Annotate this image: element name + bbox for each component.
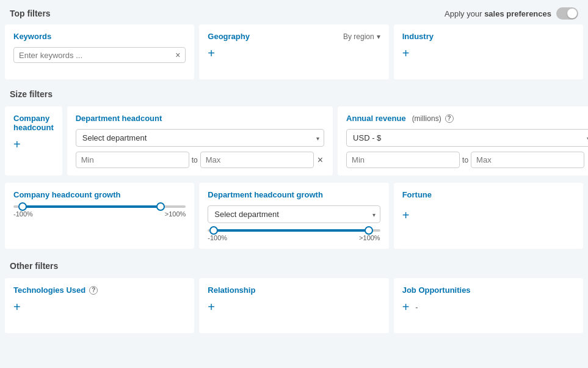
keywords-clear-button[interactable]: × xyxy=(175,50,180,60)
relationship-add-button[interactable]: + xyxy=(208,301,215,313)
geography-chevron-icon: ▾ xyxy=(377,32,380,41)
other-filters-section-header: Other filters xyxy=(0,254,588,273)
company-headcount-growth-thumb-left[interactable] xyxy=(18,202,27,211)
dept-headcount-max-input[interactable] xyxy=(200,152,314,168)
company-headcount-label: Company headcount xyxy=(13,114,54,132)
dept-headcount-growth-select-wrap: Select department ▾ xyxy=(208,205,380,223)
annual-revenue-select[interactable]: USD - $ xyxy=(346,129,588,147)
job-opportunities-label: Job Opportunities xyxy=(402,285,575,295)
industry-label: Industry xyxy=(402,32,575,41)
dept-headcount-growth-card: Department headcount growth Select depar… xyxy=(199,183,388,249)
relationship-label: Relationship xyxy=(208,285,380,295)
relationship-card: Relationship + xyxy=(199,278,388,333)
size-filters-row2-grid: Company headcount growth -100% >100% Dep… xyxy=(0,180,588,254)
sales-preferences-toggle[interactable] xyxy=(556,7,578,20)
dept-headcount-range-row: to × xyxy=(76,152,324,168)
dept-headcount-growth-labels: -100% >100% xyxy=(208,234,380,241)
keywords-card: Keywords × xyxy=(5,24,194,79)
job-opportunities-dash: - xyxy=(415,303,418,312)
other-filters-title: Other filters xyxy=(10,261,58,271)
annual-revenue-help-icon[interactable]: ? xyxy=(445,114,454,123)
keywords-input[interactable] xyxy=(19,51,175,60)
company-headcount-growth-card: Company headcount growth -100% >100% xyxy=(5,183,194,249)
annual-revenue-min-input[interactable] xyxy=(346,152,460,168)
company-headcount-growth-label: Company headcount growth xyxy=(13,190,186,199)
technologies-used-card: Technologies Used ? + xyxy=(5,278,194,333)
other-filters-grid: Technologies Used ? + Relationship + Job… xyxy=(0,273,588,338)
geography-label: Geography By region ▾ xyxy=(208,32,380,41)
dept-headcount-label: Department headcount xyxy=(76,114,324,123)
size-filters-section-header: Size filters xyxy=(0,84,588,101)
job-opportunities-add-button[interactable]: + xyxy=(402,301,410,313)
company-headcount-growth-slider[interactable]: -100% >100% xyxy=(13,205,186,218)
job-opportunities-actions: + - xyxy=(402,301,575,313)
size-filters-row1-grid: Company headcount + Department headcount… xyxy=(0,101,588,180)
dept-headcount-select-wrap: Select department ▾ xyxy=(76,129,324,147)
company-headcount-growth-fill xyxy=(22,205,160,208)
dept-headcount-growth-fill xyxy=(213,229,368,232)
dept-headcount-select[interactable]: Select department xyxy=(76,129,324,147)
top-filters-section-header: Top filters Apply your sales preferences xyxy=(0,0,588,24)
company-headcount-growth-track xyxy=(13,205,186,208)
annual-revenue-card: Annual revenue (millions) ? USD - $ ▾ to… xyxy=(338,106,588,175)
geography-add-button[interactable]: + xyxy=(208,47,215,59)
annual-revenue-range-row: to × xyxy=(346,152,588,168)
job-opportunities-card: Job Opportunities + - xyxy=(394,278,583,333)
apply-preferences-container: Apply your sales preferences xyxy=(445,7,578,20)
fortune-add-button[interactable]: + xyxy=(402,209,410,221)
industry-add-button[interactable]: + xyxy=(402,47,410,59)
keywords-label: Keywords xyxy=(13,32,186,41)
annual-revenue-suffix: (millions) xyxy=(412,114,441,123)
size-filters-title: Size filters xyxy=(10,89,53,99)
dept-headcount-growth-track xyxy=(208,229,380,232)
dept-headcount-growth-label: Department headcount growth xyxy=(208,190,380,199)
company-headcount-add-button[interactable]: + xyxy=(13,138,21,150)
fortune-label: Fortune xyxy=(402,190,575,199)
geography-card: Geography By region ▾ + xyxy=(199,24,388,79)
technologies-used-label: Technologies Used ? xyxy=(13,285,186,295)
dept-headcount-card: Department headcount Select department ▾… xyxy=(67,106,333,175)
dept-headcount-growth-slider[interactable]: -100% >100% xyxy=(208,229,380,241)
dept-headcount-range-sep: to xyxy=(192,156,198,164)
annual-revenue-max-input[interactable] xyxy=(471,152,584,168)
top-filters-title: Top filters xyxy=(10,9,51,18)
dept-headcount-range-clear-button[interactable]: × xyxy=(316,155,324,166)
dept-headcount-growth-thumb-left[interactable] xyxy=(209,226,218,235)
fortune-card: Fortune + xyxy=(394,183,583,249)
annual-revenue-label: Annual revenue (millions) ? xyxy=(346,114,588,123)
apply-preferences-text: Apply your sales preferences xyxy=(445,9,551,18)
keyword-input-wrap[interactable]: × xyxy=(13,47,186,63)
technologies-used-add-button[interactable]: + xyxy=(13,301,21,313)
company-headcount-growth-thumb-right[interactable] xyxy=(156,202,165,211)
dept-headcount-growth-select[interactable]: Select department xyxy=(208,205,380,223)
technologies-used-help-icon[interactable]: ? xyxy=(89,286,98,295)
top-filters-grid: Keywords × Geography By region ▾ + Indus… xyxy=(0,24,588,84)
dept-headcount-growth-thumb-right[interactable] xyxy=(365,226,373,235)
annual-revenue-range-sep: to xyxy=(462,156,468,164)
geography-by-region[interactable]: By region ▾ xyxy=(343,32,380,41)
industry-card: Industry + xyxy=(394,24,583,79)
annual-revenue-select-wrap: USD - $ ▾ xyxy=(346,129,588,147)
company-headcount-growth-labels: -100% >100% xyxy=(13,210,186,218)
dept-headcount-min-input[interactable] xyxy=(76,152,189,168)
company-headcount-card: Company headcount + xyxy=(5,106,62,175)
